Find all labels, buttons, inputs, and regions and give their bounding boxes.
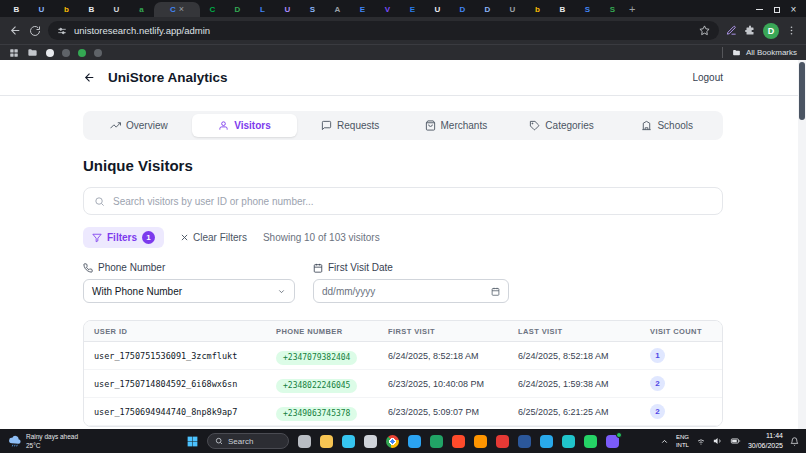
apps-grid-icon[interactable] [9,48,19,58]
browser-tab[interactable]: D [475,2,500,17]
bookmark-folder-icon[interactable] [27,47,38,58]
browser-menu-icon[interactable] [786,25,797,36]
browser-tab[interactable]: b [525,2,550,17]
start-button[interactable] [186,435,199,448]
language-indicator[interactable]: ENG INTL [676,433,689,449]
col-visit-count: Visit Count [650,327,712,336]
date-filter-input[interactable]: dd/mm/yyyy [313,279,509,303]
taskbar-search[interactable]: Search [207,433,289,449]
browser-tab[interactable]: a [129,2,154,17]
url-text[interactable]: unistoresearch.netlify.app/admin [74,25,692,36]
battery-icon[interactable] [730,436,741,446]
browser-tab[interactable]: V [375,2,400,17]
page-back-icon[interactable] [83,71,96,84]
bookmark-favicon[interactable] [94,49,102,57]
taskbar-app-opera[interactable] [451,434,466,449]
browser-tab[interactable]: S [600,2,625,17]
browser-tab[interactable]: C × [154,2,200,17]
taskbar-weather-widget[interactable]: Rainy days ahead 25°C [0,429,86,453]
scrollbar-thumb[interactable] [799,62,805,120]
window-maximize-button[interactable] [768,2,785,17]
browser-tab[interactable]: L [250,2,275,17]
window-close-button[interactable]: × [785,2,802,17]
table-row[interactable]: user_1750714804592_6i68wx6sn +2348022246… [84,370,722,398]
chevron-down-icon [277,287,286,296]
all-bookmarks-button[interactable]: All Bookmarks [722,47,797,58]
tray-chevron-up-icon[interactable] [660,437,669,446]
tab-favicon: C [210,6,216,14]
window-minimize-button[interactable] [751,2,768,17]
window-controls: × [751,2,802,17]
browser-tab[interactable]: S [575,2,600,17]
browser-tab[interactable]: C [200,2,225,17]
browser-tab[interactable]: b [54,2,79,17]
taskbar-app-edge[interactable] [341,434,356,449]
browser-tab[interactable]: E [400,2,425,17]
tab-categories[interactable]: Categories [509,114,615,137]
browser-tab[interactable]: D [225,2,250,17]
tab-visitors[interactable]: Visitors [192,114,298,137]
back-icon[interactable] [9,24,22,37]
browser-tab[interactable]: A [325,2,350,17]
reload-icon[interactable] [29,25,41,37]
extensions-puzzle-icon[interactable] [744,25,756,37]
clear-filters-button[interactable]: Clear Filters [180,232,247,243]
browser-tab[interactable]: U [425,2,450,17]
new-tab-button[interactable]: + [629,3,635,15]
browser-tab[interactable]: U [29,2,54,17]
wifi-icon[interactable] [696,436,706,446]
tab-favicon: L [260,6,265,14]
profile-avatar[interactable]: D [763,23,779,39]
phone-filter-select[interactable]: With Phone Number [83,279,295,303]
tab-favicon: E [410,6,415,14]
taskbar-app-wps[interactable] [495,434,510,449]
taskbar-app-settings[interactable] [363,434,378,449]
extension-pen-icon[interactable] [726,25,737,36]
notifications-bell-icon[interactable] [790,437,799,446]
tab-overview[interactable]: Overview [86,114,192,137]
app-icon-glyph [474,435,487,448]
logout-button[interactable]: Logout [692,72,723,83]
browser-tab[interactable]: U [500,2,525,17]
taskbar-app-discord[interactable] [605,434,620,449]
taskbar-app-obs[interactable] [561,434,576,449]
bookmark-favicon[interactable] [78,49,86,57]
table-row[interactable]: user_1750751536091_3zcmflukt +2347079382… [84,342,722,370]
taskbar-app-firefox[interactable] [473,434,488,449]
address-bar[interactable]: unistoresearch.netlify.app/admin [48,21,719,40]
bookmark-favicon[interactable] [46,49,54,57]
browser-tab[interactable]: U [275,2,300,17]
filters-button[interactable]: Filters 1 [83,227,164,248]
site-settings-icon[interactable] [57,26,67,36]
table-row[interactable]: user_1750694944740_8np8k9ap7 +2349063745… [84,398,722,426]
volume-icon[interactable] [713,436,723,446]
taskbar-app-telegram[interactable] [539,434,554,449]
browser-tab[interactable]: E [350,2,375,17]
tab-close-icon[interactable]: × [179,5,184,14]
page-scrollbar[interactable] [798,60,806,429]
tab-merchants[interactable]: Merchants [403,114,509,137]
tab-requests[interactable]: Requests [297,114,403,137]
browser-tab[interactable]: B [4,2,29,17]
taskbar-app-vscode[interactable] [407,434,422,449]
taskbar-app-excel[interactable] [429,434,444,449]
taskbar-clock[interactable]: 11:44 30/06/2025 [748,431,783,451]
bookmark-favicon[interactable] [62,49,70,57]
date-picker-icon[interactable] [491,287,500,296]
taskbar-app-file-explorer[interactable] [319,434,334,449]
taskbar-app-chrome[interactable] [385,434,400,449]
close-icon [180,233,189,242]
bookmark-star-icon[interactable] [699,25,710,36]
browser-tab[interactable]: S [300,2,325,17]
browser-tab[interactable]: B [550,2,575,17]
taskbar-app-copilot[interactable] [297,434,312,449]
taskbar-app-word[interactable] [517,434,532,449]
filters-button-label: Filters [107,232,137,243]
browser-tab[interactable]: B [79,2,104,17]
search-input[interactable] [113,196,712,207]
taskbar-app-whatsapp[interactable] [583,434,598,449]
tab-schools[interactable]: Schools [614,114,720,137]
browser-tab[interactable]: D [450,2,475,17]
page-viewport: UniStore Analytics Logout Overview Visit… [0,60,806,429]
browser-tab[interactable]: U [104,2,129,17]
